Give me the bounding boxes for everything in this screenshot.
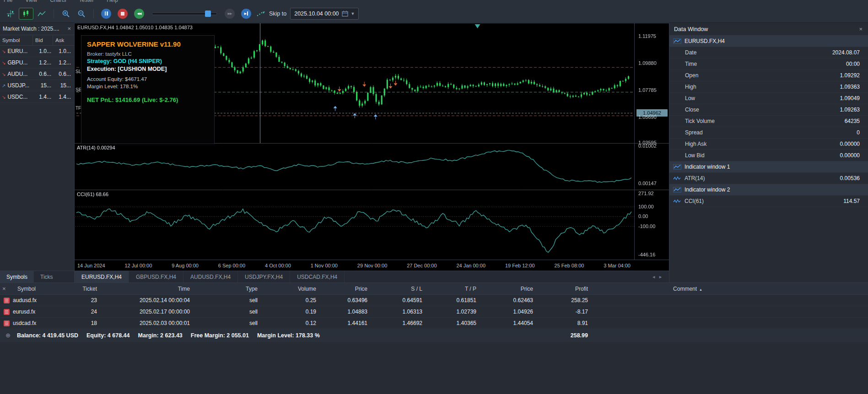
column-header-time[interactable]: Time <box>102 286 194 292</box>
market-watch-row[interactable]: ↘EURU...1.0...1.0... <box>0 46 74 57</box>
skip-to-icon <box>256 10 265 17</box>
tab-scroll-left-icon[interactable]: ◄ <box>652 275 656 279</box>
ea-net-pnl: NET PnL: $1416.69 (Live: $-2.76) <box>87 96 209 103</box>
toolbox-close-icon[interactable]: × <box>0 286 8 292</box>
data-window-close-icon[interactable]: × <box>859 26 863 32</box>
tab-ticks[interactable]: Ticks <box>34 271 59 282</box>
chart-tab-usdjpy-fx-h4[interactable]: USDJPY.FX,H4 <box>238 271 290 282</box>
field-value: 64235 <box>845 118 868 124</box>
menu-item-charts[interactable]: Charts <box>50 0 66 5</box>
position-time: 2025.02.14 00:00:04 <box>102 297 194 303</box>
candlestick-icon <box>22 10 30 18</box>
pause-button[interactable] <box>101 9 111 19</box>
rewind-button[interactable]: ◀◀ <box>134 9 144 19</box>
chart-tab-usdcad-fx-h4[interactable]: USDCAD.FX,H4 <box>290 271 345 282</box>
ea-strategy: Strategy: GOD (H4 SNIPER) <box>87 58 209 64</box>
data-window-panel: Data Window × EURUSD.FX,H4 Date2024.08.0… <box>669 23 868 282</box>
fast-forward-button[interactable]: ▶▶ <box>225 9 235 19</box>
position-row[interactable]: usdcad.fx182025.02.03 00:00:01sell0.121.… <box>0 318 868 329</box>
market-watch-column-ask[interactable]: Ask <box>53 35 73 45</box>
field-label: Low <box>669 95 695 101</box>
tab-scroll-right-icon[interactable]: ► <box>658 275 663 279</box>
symbol-label: USDC... <box>7 94 27 100</box>
column-header-comment[interactable]: Comment▲ <box>593 286 707 292</box>
market-watch-row[interactable]: ↗USDJP...15...15... <box>0 80 74 91</box>
zoom-in-icon <box>62 10 70 18</box>
skip-to-date-field[interactable]: 2025.10.04 00:00 ▼ <box>290 8 359 20</box>
account-summary-text: ⊕Balance: 4 419.45 USDEquity: 4 678.44Ma… <box>0 332 538 339</box>
chart-tab-audusd-fx-h4[interactable]: AUDUSD.FX,H4 <box>183 271 238 282</box>
column-header-volume[interactable]: Volume <box>262 286 321 292</box>
data-window-field-row: Tick Volume64235 <box>669 116 868 127</box>
chart-area[interactable]: EURUSD.FX,H4 1.04842 1.05010 1.04835 1.0… <box>75 23 669 260</box>
skip-to-tool[interactable] <box>255 8 267 20</box>
arrow-down-icon: ↘ <box>2 95 5 100</box>
zoom-in-button[interactable] <box>59 8 73 20</box>
candlestick-chart-button[interactable] <box>19 8 33 20</box>
market-watch-row[interactable]: ↘GBPU...1.2...1.2... <box>0 57 74 69</box>
menu-item-view[interactable]: View <box>25 0 37 5</box>
column-header-profit[interactable]: Profit <box>538 286 593 292</box>
position-price2: 1.44054 <box>481 320 538 326</box>
chart-tab-gbpusd-fx-h4[interactable]: GBPUSD.FX,H4 <box>129 271 183 282</box>
bid-cell: 0.6... <box>33 69 53 80</box>
skip-to-label: Skip to <box>269 11 286 17</box>
stop-icon <box>121 12 124 16</box>
column-header-sl[interactable]: S / L <box>372 286 427 292</box>
column-header-price[interactable]: Price <box>321 286 372 292</box>
position-symbol-cell: eurusd.fx <box>0 309 81 315</box>
atr-indicator-label: ATR(14) 0.00294 <box>77 145 115 150</box>
line-chart-button[interactable] <box>34 8 49 20</box>
price-scale[interactable]: 1.04962 1.119751.098801.077851.056901.03… <box>634 23 669 260</box>
expand-icon[interactable]: ⊕ <box>5 332 11 339</box>
sort-ascending-icon[interactable]: ▲ <box>699 288 702 291</box>
market-watch-column-bid[interactable]: Bid <box>33 35 53 45</box>
data-window-list: EURUSD.FX,H4 Date2024.08.07Time00:00Open… <box>669 36 868 207</box>
time-axis-label: 9 Aug 00:00 <box>172 263 199 268</box>
chart-line-icon <box>673 38 681 44</box>
price-scale-tick: 1.11975 <box>638 33 656 39</box>
chart-window: EURUSD.FX,H4 1.04842 1.05010 1.04835 1.0… <box>75 23 669 282</box>
price-scale-tick: 1.09880 <box>638 60 657 66</box>
position-row[interactable]: audusd.fx232025.02.14 00:00:04sell0.250.… <box>0 295 868 306</box>
indicator-label: CCI(61) <box>685 198 704 204</box>
market-watch-column-symbol[interactable]: Symbol <box>0 35 33 45</box>
zoom-out-button[interactable] <box>74 8 89 20</box>
tab-symbols[interactable]: Symbols <box>0 271 34 282</box>
column-header-price[interactable]: Price <box>481 286 538 292</box>
toolbar-separator <box>93 9 94 18</box>
ask-cell: 1.2... <box>53 57 73 68</box>
time-axis[interactable]: 14 Jun 202412 Jul 00:009 Aug 00:006 Sep … <box>75 260 669 271</box>
menu-item-file[interactable]: File <box>4 0 12 5</box>
symbol-cell: ↘USDC... <box>0 91 33 102</box>
market-watch-row[interactable]: ↘USDC...1.4...1.4... <box>0 91 74 103</box>
position-type: sell <box>194 309 262 315</box>
data-window-field-row: Spread0 <box>669 127 868 138</box>
toolbox-rows: audusd.fx232025.02.14 00:00:04sell0.250.… <box>0 295 868 329</box>
column-header-tp[interactable]: T / P <box>427 286 481 292</box>
ea-account-equity: Account Equity: $4671.47 <box>87 76 209 82</box>
position-icon <box>4 320 10 326</box>
slider-handle[interactable] <box>205 11 211 17</box>
stop-button[interactable] <box>118 9 128 19</box>
column-header-type[interactable]: Type <box>194 286 262 292</box>
menu-item-tester[interactable]: Tester <box>79 0 94 5</box>
arrow-down-icon: ↘ <box>2 49 5 54</box>
account-summary-row: ⊕Balance: 4 419.45 USDEquity: 4 678.44Ma… <box>0 329 868 342</box>
chart-tab-eurusd-fx-h4[interactable]: EURUSD.FX,H4 <box>75 271 129 282</box>
column-header-symbol[interactable]: Symbol <box>8 286 81 292</box>
symbol-cell: ↗USDJP... <box>0 80 33 91</box>
column-header-ticket[interactable]: Ticket <box>81 286 102 292</box>
speed-slider[interactable] <box>152 10 217 18</box>
menu-item-help[interactable]: Help <box>107 0 118 5</box>
bid-cell: 1.2... <box>33 57 53 68</box>
crosshair-tool-button[interactable] <box>3 8 18 20</box>
market-watch-close-icon[interactable]: × <box>67 26 71 32</box>
data-window-field-row: High Ask0.00000 <box>669 138 868 150</box>
ea-broker: Broker: tastyfx LLC <box>87 51 209 57</box>
position-row[interactable]: eurusd.fx242025.02.17 00:00:00sell0.191.… <box>0 306 868 318</box>
skip-to-end-button[interactable]: ▶ <box>241 9 251 19</box>
market-watch-row[interactable]: ↘AUDU...0.6...0.6... <box>0 69 74 80</box>
data-window-field-row: Close1.09263 <box>669 104 868 116</box>
position-price: 0.63496 <box>321 297 372 303</box>
